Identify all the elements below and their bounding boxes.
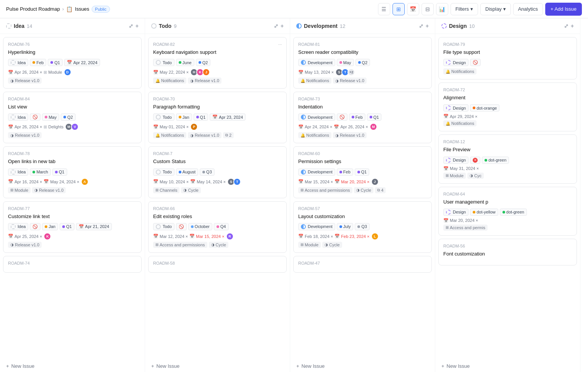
card[interactable]: ROADM-81 Screen reader compatibility Dev… [293,37,432,89]
card[interactable]: ROADM-76 Hyperlinking IdeaFebQ1📅Apr 22, … [3,37,142,89]
card[interactable]: ROADM-74 [3,256,142,273]
card-footer: ◑Release v1.0 [8,242,137,248]
table-view-btn[interactable]: ⊟ [422,3,434,15]
collapse-column-btn[interactable]: ⤢ [129,23,133,29]
card-footer: ⊞Channels◑Cycle [153,187,282,193]
card-footer: 🔔Notifications◑Release v1.0 [153,78,282,84]
avatar: P [190,123,198,131]
card[interactable]: ROADM-58 [148,256,287,273]
footer-item: 🔔Notifications [153,132,186,138]
card-title: File Preview [443,146,572,153]
new-issue-btn-design[interactable]: + New Issue [435,360,580,372]
meta-item: 📅Apr 26, 2024 × [8,125,42,129]
footer-item: ◑Cycle [354,187,374,193]
app-name[interactable]: Pulse Product Roadmap [6,6,60,12]
card-title: Hyperlinking [8,49,137,56]
card-id: ROADM-47 [298,261,427,265]
card[interactable]: ROADM-66 Edit existing roles Todo🚫Octobe… [148,201,287,253]
footer-item: ⊞Access and permissions [153,242,207,248]
card-meta: 📅May 22, 2024 ×HKJ [153,68,282,76]
card-id: ROADM-56 [443,244,572,248]
footer-item: ⊞Module [8,187,31,193]
new-issue-label: New Issue [11,363,35,369]
card-footer: ⊞Module◑Cyc [443,173,572,179]
card-tags: Designdot-yellowdot-green [443,209,572,216]
analytics-button[interactable]: Analytics [513,3,543,15]
card[interactable]: ROADM-60 Permission settings Development… [293,146,432,198]
collapse-column-btn[interactable]: ⤢ [419,23,423,29]
gantt-view-btn[interactable]: 📊 [436,3,448,15]
card-id: ROADM-77 [8,206,137,211]
card[interactable]: ROADM-73 Indentation Development🚫FebQ1 📅… [293,92,432,143]
collapse-column-btn[interactable]: ⤢ [274,23,278,29]
add-issue-button[interactable]: + Add Issue [545,3,582,16]
tag: ✕ [470,157,480,164]
card[interactable]: ROADM-70 Paragraph formatting TodoJanQ1📅… [148,92,287,143]
card-tags: Design✕dot-green [443,157,572,164]
card[interactable]: ROADM-7 Custom Status TodoAugustQ3 📅May … [148,146,287,198]
footer-item: 🔔Notifications [298,78,331,84]
tag: Development [298,168,335,176]
tag: Todo [153,223,174,230]
card[interactable]: ROADM-47 [293,256,432,273]
card[interactable]: ROADM-77 Customize link text Idea🚫JanQ1📅… [3,201,142,253]
card-title: File type support [443,49,572,56]
display-button[interactable]: Display ▾ [480,3,511,15]
footer-item: ◑Release v1.0 [188,132,221,138]
card[interactable]: ROADM-64 User management p Designdot-yel… [438,187,577,236]
card-footer: ⊞Access and permissions◑Cycle⧉4 [298,187,427,193]
collapse-column-btn[interactable]: ⤢ [564,23,569,29]
card[interactable]: ROADM-57 Layout customization Developmen… [293,201,432,253]
card-meta: 📅Mar 15, 2024 ×📅Mar 20, 2024 ×J [298,178,427,186]
new-issue-btn-todo[interactable]: + New Issue [145,360,290,372]
tag: Q4 [214,223,229,230]
card-title: Paragraph formatting [153,104,282,110]
calendar-view-btn[interactable]: 📅 [407,3,419,15]
footer-item: ◑Cycle [181,187,201,193]
tag: Q2 [196,59,211,66]
card-meta: 📅May 01, 2024 ×P [153,123,282,131]
board-view-btn[interactable]: ⊞ [393,3,405,15]
card[interactable]: ROADM-56 Font customization [438,239,577,265]
section-name[interactable]: Issues [75,6,89,12]
breadcrumb: Pulse Product Roadmap › 📋 Issues Public [6,6,110,13]
new-issue-btn-development[interactable]: + New Issue [290,360,435,372]
footer-item: ◑Release v1.0 [8,78,42,84]
filters-button[interactable]: Filters ▾ [451,3,478,15]
card-meta: 📅Mar 20, 2024 × [443,218,572,223]
header-actions: ☰ ⊞ 📅 ⊟ 📊 Filters ▾ Display ▾ Analytics … [378,3,582,16]
avatars: P [190,123,198,131]
card[interactable]: ROADM-79 File type support Design🚫 🔔Noti… [438,37,577,79]
card-id: ROADM-78 [8,151,137,156]
tag: 🚫 [176,223,187,230]
list-view-btn[interactable]: ☰ [378,3,390,15]
card-title: Custom Status [153,158,282,165]
footer-item: ◑Release v1.0 [333,78,367,84]
tag: Design [443,157,468,164]
board: Idea 14 ⤢ + ROADM-76 Hyperlinking IdeaFe… [0,18,588,372]
tag: Development [298,113,335,121]
avatars: MV [65,123,79,131]
card-title: Permission settings [298,158,427,165]
card-meta: 📅May 13, 2024 ×ST+2 [298,68,427,76]
avatar: K [44,233,51,240]
card-meta: 📅Apr 26, 2024 ×⊞ModuleD [8,68,137,76]
new-issue-btn-idea[interactable]: + New Issue [0,360,145,372]
card-menu[interactable]: ··· [278,42,282,47]
column-todo: Todo 9 ⤢ + ROADM-82 ··· Keyboard navigat… [145,18,290,372]
card[interactable]: ROADM-78 Open links in new tab IdeaMarch… [3,146,142,198]
add-card-btn[interactable]: + [136,23,139,29]
card-tags: Design🚫 [443,59,572,66]
card[interactable]: ROADM-84 List view Idea🚫MayQ2 📅Apr 26, 2… [3,92,142,143]
card-id: ROADM-81 [298,42,427,47]
card-title: Open links in new tab [8,158,137,165]
card[interactable]: ROADM-72 Alignment Designdot-orange 📅Apr… [438,82,577,131]
card-footer: 🔔Notifications◑Release v1.0 [298,132,427,138]
card[interactable]: ROADM-12 File Preview Design✕dot-green 📅… [438,134,577,183]
tag: August [176,168,198,176]
add-card-btn[interactable]: + [426,23,429,29]
card[interactable]: ROADM-82 ··· Keyboard navigation support… [148,37,287,89]
tag: Design [443,59,468,66]
add-card-btn[interactable]: + [281,23,284,29]
add-card-btn[interactable]: + [571,23,574,29]
